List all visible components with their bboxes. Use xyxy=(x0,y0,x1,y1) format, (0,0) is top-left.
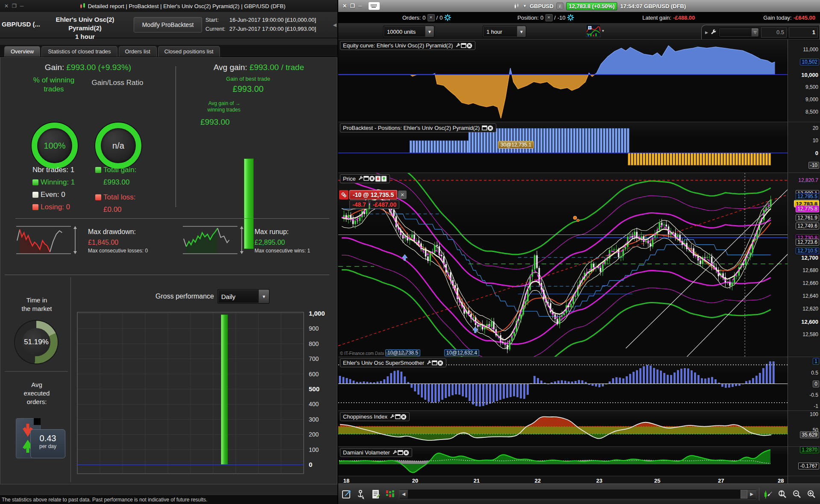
chevron-down-icon[interactable]: ▼ xyxy=(523,4,527,8)
axis-tick-label: 35.629 xyxy=(800,431,819,438)
total-gain-square-icon xyxy=(95,167,101,173)
zoom-out-icon[interactable] xyxy=(791,488,803,500)
choppiness-panel-header[interactable]: Choppiness Index xyxy=(340,412,410,421)
svg-text:800: 800 xyxy=(309,340,319,347)
position-gear-icon[interactable] xyxy=(339,190,348,199)
panel-icons xyxy=(390,414,407,420)
window-icon[interactable] xyxy=(363,176,369,181)
axis-tick-label: 20 xyxy=(813,125,818,131)
avg-orders-unit: per day xyxy=(31,443,65,449)
close-position-x-icon[interactable]: ✕ xyxy=(398,190,407,199)
price-panel-header[interactable]: Price xyxy=(340,174,390,183)
draw-tool-icon[interactable] xyxy=(341,488,353,500)
axis-tick-label: -0.1767 xyxy=(798,463,819,469)
supersmoother-panel-header[interactable]: Ehler's Univ Osc SuperSmoother xyxy=(340,358,446,367)
axis-tick-label: 1.2870 xyxy=(800,446,819,453)
export-up-icon[interactable] xyxy=(381,176,387,182)
tab-statistics-of-closed-trades[interactable]: Statistics of closed trades xyxy=(41,46,117,57)
wrench-icon[interactable] xyxy=(392,450,398,455)
time-in-market-value: 51.19% xyxy=(24,338,49,346)
maximize-window-icon[interactable]: ❐ xyxy=(12,3,17,9)
max-consec-losses: Max consecutive losses: 0 xyxy=(88,248,148,254)
window-icon[interactable] xyxy=(461,43,466,48)
order-type-select[interactable]: ▽ xyxy=(719,28,759,37)
winning-square-icon xyxy=(32,179,38,185)
close-icon[interactable] xyxy=(403,450,409,456)
tab-closed-positions-list[interactable]: Closed positions list xyxy=(158,46,220,57)
minimize-window-icon[interactable]: ─ xyxy=(358,3,362,9)
close-window-icon[interactable]: ✕ xyxy=(4,3,9,9)
position-size-tag[interactable]: 30@12,735.1 xyxy=(498,141,534,149)
units-select[interactable]: 10000 units ▼ xyxy=(383,26,434,38)
svg-text:100: 100 xyxy=(309,446,319,453)
equity-panel-header[interactable]: Equity curve: Ehler's Univ Osc(2) Pyrami… xyxy=(340,41,475,50)
equity-plot[interactable] xyxy=(338,40,788,122)
keyboard-icon[interactable] xyxy=(369,2,380,10)
gross-performance-chart[interactable]: 01002003004005006007008009001,0001618192… xyxy=(60,308,334,479)
position-price-tag[interactable]: -10 @ 12,735.5 xyxy=(349,190,397,199)
close-icon[interactable] xyxy=(487,125,493,131)
tab-overview[interactable]: Overview xyxy=(4,46,40,57)
wrench-icon[interactable] xyxy=(358,176,363,181)
max-consec-wins: Max consecutive wins: 1 xyxy=(255,248,310,254)
window-icon[interactable] xyxy=(395,414,401,419)
max-drawdown-value: £1,845.00 xyxy=(88,237,148,248)
damiani-panel-header[interactable]: Damiani Volameter xyxy=(340,448,412,457)
open-position-marker[interactable]: -10 @ 12,735.5 ✕ -48.7 -£487.00 xyxy=(339,190,407,209)
gross-period-select[interactable]: Daily ▼ xyxy=(217,289,269,304)
cancel-orders-icon[interactable]: ✕ xyxy=(428,14,435,21)
window-icon[interactable] xyxy=(482,125,487,131)
max-runup-label: Max runup: xyxy=(255,226,310,237)
chart-toolbar: 10000 units ▼ 1 hour ▼ ▼ Qty ▶ ▽ 0.5 1 xyxy=(338,23,820,40)
expand-arrow-icon[interactable]: ▶ xyxy=(705,30,708,35)
position-settings-gear-icon[interactable] xyxy=(567,14,574,21)
svg-text:19: 19 xyxy=(131,478,138,479)
scroll-left-icon[interactable]: ◀ xyxy=(399,490,408,498)
qty-small-input[interactable]: 0.5 xyxy=(761,27,787,38)
minimize-window-icon[interactable]: ─ xyxy=(20,3,24,9)
scrollbar-thumb[interactable] xyxy=(741,490,747,498)
tab-orders-list[interactable]: Orders list xyxy=(119,46,157,57)
close-icon[interactable] xyxy=(437,360,443,366)
pct-winning-gauge: 100% xyxy=(32,123,78,169)
timeframe-select[interactable]: 1 hour ▼ xyxy=(483,26,526,38)
collapse-arrow-icon[interactable]: ◀ xyxy=(333,22,337,28)
close-icon[interactable] xyxy=(369,176,375,182)
close-position-icon[interactable]: ✕ xyxy=(545,14,553,21)
zoom-in-icon[interactable] xyxy=(805,488,817,500)
close-window-icon[interactable]: ✕ xyxy=(343,3,347,9)
scroll-right-icon[interactable]: ▶ xyxy=(747,490,756,498)
orders-settings-gear-icon[interactable] xyxy=(444,14,451,21)
arrow-right-icon: → xyxy=(235,100,240,106)
entry-order-tag[interactable]: 10@12,632.4 xyxy=(444,349,479,356)
export-down-icon[interactable] xyxy=(375,176,381,182)
positions-panel-header[interactable]: ProBacktest - Positions: Ehler's Univ Os… xyxy=(340,123,496,132)
modify-probacktest-button[interactable]: Modify ProBacktest xyxy=(134,17,202,32)
qty-input[interactable]: 1 xyxy=(789,27,818,38)
wrench-icon[interactable] xyxy=(390,414,395,419)
window-icon[interactable] xyxy=(398,450,403,455)
wrench-icon[interactable] xyxy=(710,29,717,35)
info-icon[interactable]: i xyxy=(556,3,563,9)
maximize-window-icon[interactable]: ❐ xyxy=(350,3,355,9)
backtest-icon[interactable] xyxy=(384,488,396,500)
avg-win-value: £993.00 xyxy=(188,117,242,127)
window-icon[interactable] xyxy=(432,360,437,366)
chart-style-button[interactable]: ▼ xyxy=(586,24,606,38)
svg-text:200: 200 xyxy=(309,431,319,438)
close-icon[interactable] xyxy=(466,43,472,49)
close-icon[interactable] xyxy=(401,414,407,420)
chart-scrollbar[interactable]: ◀ ▶ xyxy=(399,489,756,499)
svg-text:21: 21 xyxy=(176,478,183,479)
zoom-fit-icon[interactable] xyxy=(776,488,788,500)
gain-value: £993.00 (+9.93%) xyxy=(67,63,132,72)
backtest-range: Start:16-Jun-2017 19:00:00 [£10,000.00] … xyxy=(205,15,316,33)
wrench-icon[interactable] xyxy=(426,360,432,366)
notes-icon[interactable] xyxy=(370,488,382,500)
wrench-icon[interactable] xyxy=(455,43,461,48)
equity-axis: 11,00010,50210,0009,5009,0008,500 xyxy=(788,40,820,122)
anchor-tool-icon[interactable] xyxy=(355,488,367,500)
svg-text:20: 20 xyxy=(153,478,160,479)
chart-settings-icon[interactable] xyxy=(762,488,774,500)
report-header: GBP/USD (... Ehler's Univ Osc(2) Pyramid… xyxy=(0,12,337,38)
